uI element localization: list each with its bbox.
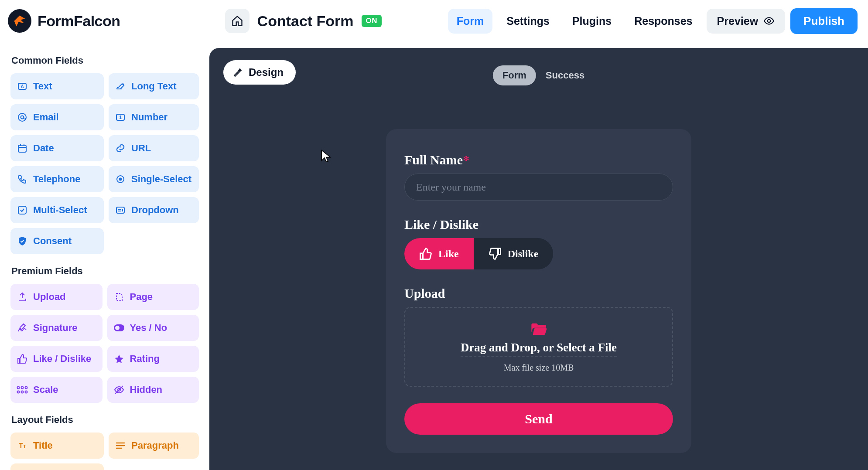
field-url[interactable]: URL [109,135,199,161]
submit-button[interactable]: Send [404,403,673,435]
field-label: Title [33,440,53,451]
field-label: Long Text [131,81,176,92]
form-group-fullname: Full Name* [404,153,673,201]
common-fields-grid: A Text Long Text Email 1 Number Dat [10,73,199,254]
svg-point-10 [119,178,122,181]
field-long-text[interactable]: Long Text [109,73,199,99]
field-label: Dropdown [131,204,179,216]
field-label: Paragraph [131,440,179,451]
field-hidden[interactable]: Hidden [107,377,199,403]
field-email[interactable]: Email [10,104,104,130]
field-telephone[interactable]: Telephone [10,166,104,192]
status-badge: ON [362,15,382,27]
svg-point-17 [25,387,27,389]
tab-form[interactable]: Form [448,9,493,34]
thumb-down-icon [489,247,502,260]
design-button[interactable]: Design [223,60,296,85]
preview-button[interactable]: Preview [707,9,786,34]
eye-icon [763,15,775,27]
field-single-select[interactable]: Single-Select [109,166,199,192]
signature-icon [17,322,28,334]
logo-mark-icon [8,9,31,33]
page-icon [113,291,125,303]
field-label-fullname: Full Name* [404,153,673,167]
field-label: Text [33,81,52,92]
field-dropdown[interactable]: Dropdown [109,197,199,223]
view-success[interactable]: Success [546,70,584,81]
field-label: URL [131,143,151,154]
field-title[interactable]: TT Title [10,433,104,459]
tab-plugins[interactable]: Plugins [564,9,620,34]
number-icon: 1 [115,112,126,123]
like-button[interactable]: Like [404,238,474,269]
section-heading-premium: Premium Fields [11,266,198,277]
svg-point-14 [115,326,120,330]
svg-point-5 [21,116,24,119]
home-button[interactable] [225,9,249,33]
field-scale[interactable]: Scale [10,377,103,403]
field-label: Page [130,291,153,303]
field-label: Date [33,143,54,154]
folder-open-icon [530,322,547,337]
field-label: Rating [130,353,160,364]
scale-icon [17,384,28,395]
checkbox-icon [17,204,28,216]
field-signature[interactable]: Signature [10,315,103,341]
fullname-input[interactable] [404,174,673,201]
field-upload[interactable]: Upload [10,284,103,310]
field-like-dislike[interactable]: Like / Dislike [10,346,103,372]
view-toggle: Form Success [493,65,584,85]
field-label: Email [33,112,59,123]
dislike-button[interactable]: Dislike [474,238,554,269]
field-text[interactable]: A Text [10,73,104,99]
like-label: Like [438,248,459,260]
upload-dropzone[interactable]: Drag and Drop, or Select a File Max file… [404,307,673,387]
logo[interactable]: FormFalcon [8,9,120,33]
toggle-icon [113,322,125,334]
layout-fields-grid: TT Title Paragraph Divider [10,433,199,470]
star-icon [113,353,125,364]
upload-hint-main: Drag and Drop, or Select a File [461,341,617,357]
phone-icon [17,174,28,185]
header-right: Form Settings Plugins Responses Preview … [448,8,858,34]
sidebar: Common Fields A Text Long Text Email 1 N… [0,42,209,470]
design-label: Design [249,66,284,78]
field-page[interactable]: Page [107,284,199,310]
field-multi-select[interactable]: Multi-Select [10,197,104,223]
tab-settings[interactable]: Settings [498,9,558,34]
field-date[interactable]: Date [10,135,104,161]
field-yesno[interactable]: Yes / No [107,315,199,341]
header-title-group: Contact Form ON [225,9,382,33]
field-label-upload: Upload [404,286,673,301]
radio-icon [115,174,126,185]
form-group-likedislike: Like / Dislike Like Dislike [404,217,673,269]
field-divider[interactable]: Divider [10,463,104,470]
field-paragraph[interactable]: Paragraph [109,433,199,459]
section-heading-common: Common Fields [11,55,198,66]
publish-button[interactable]: Publish [790,8,858,34]
tab-responses[interactable]: Responses [625,9,701,34]
svg-point-15 [17,387,20,389]
field-label: Scale [33,384,58,395]
upload-icon [17,291,28,303]
field-label: Single-Select [131,174,191,185]
svg-rect-12 [116,207,124,213]
email-icon [17,112,28,123]
svg-point-4 [18,113,26,121]
field-label-likedislike: Like / Dislike [404,217,673,232]
field-rating[interactable]: Rating [107,346,199,372]
section-heading-layout: Layout Fields [11,414,198,426]
field-consent[interactable]: Consent [10,228,104,254]
field-number[interactable]: 1 Number [109,104,199,130]
svg-text:1: 1 [119,115,122,120]
svg-rect-8 [18,145,26,152]
title-icon: TT [17,440,28,451]
home-icon [231,15,243,27]
form-canvas: Design Form Success Full Name* Like / Di… [209,48,868,470]
svg-point-16 [21,387,24,389]
text-icon: A [17,81,28,92]
view-form[interactable]: Form [493,65,536,85]
svg-text:T: T [19,442,23,450]
field-label: Yes / No [130,322,167,334]
field-label: Multi-Select [33,204,87,216]
